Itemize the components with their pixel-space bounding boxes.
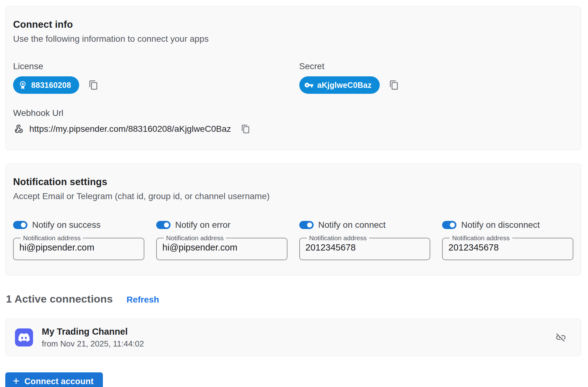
notify-connect-label: Notify on connect [318,220,386,230]
toggle-knob [163,222,170,228]
connect-account-label: Connect account [24,377,94,386]
notification-address-fieldset: Notification address [13,234,144,260]
toggle-knob [449,222,455,228]
notification-address-legend: Notification address [21,234,83,242]
toggle-row: Notify on connect [299,220,431,230]
secret-block: Secret aKjglweC0Baz [299,61,574,94]
page: Connect info Use the following informati… [0,0,588,387]
notification-address-legend: Notification address [307,234,369,242]
notify-success-toggle[interactable] [13,221,27,229]
notify-connect-address-input[interactable] [304,242,426,256]
notify-disconnect-address-input[interactable] [447,242,568,256]
notify-success-label: Notify on success [32,220,100,230]
notification-address-legend: Notification address [450,234,512,242]
notify-success-column: Notify on success Notification address [13,220,144,260]
notify-disconnect-label: Notify on disconnect [461,220,540,230]
disconnect-button[interactable] [554,331,568,344]
license-label: License [13,61,287,71]
license-block: License 883160208 [13,61,287,94]
notify-disconnect-toggle[interactable] [442,221,456,229]
license-row: 883160208 [13,76,287,94]
copy-icon [389,80,399,90]
notify-error-label: Notify on error [175,220,230,230]
webhook-label: Webhook Url [13,108,573,118]
notification-grid: Notify on success Notification address N… [13,220,573,260]
key-icon [304,80,314,90]
toggle-row: Notify on success [13,220,144,230]
notify-connect-column: Notify on connect Notification address [299,220,431,260]
credentials-grid: License 883160208 [13,61,573,94]
notify-connect-toggle[interactable] [299,221,314,229]
connect-info-card: Connect info Use the following informati… [5,6,581,150]
secret-badge[interactable]: aKjglweC0Baz [299,76,380,94]
toggle-knob [20,222,27,228]
copy-webhook-button[interactable] [240,123,252,135]
connection-name: My Trading Channel [42,327,144,337]
connection-since: from Nov 21, 2025, 11:44:02 [42,339,144,349]
connection-info: My Trading Channel from Nov 21, 2025, 11… [42,327,144,349]
webhook-url: https://my.pipsender.com/883160208/aKjgl… [29,124,231,134]
notification-settings-subtitle: Accept Email or Telegram (chat id, group… [13,191,573,201]
toggle-row: Notify on error [156,220,287,230]
active-connections-header: 1 Active connections Refresh [6,293,581,305]
secret-value: aKjglweC0Baz [317,81,372,90]
copy-secret-button[interactable] [388,79,400,91]
connection-row: My Trading Channel from Nov 21, 2025, 11… [5,319,581,356]
notify-error-column: Notify on error Notification address [156,220,287,260]
webhook-row: https://my.pipsender.com/883160208/aKjgl… [13,123,573,135]
notification-address-fieldset: Notification address [442,234,573,260]
copy-icon [241,124,250,134]
connect-info-title: Connect info [13,19,573,30]
connect-account-button[interactable]: + Connect account [5,372,103,387]
notification-address-fieldset: Notification address [299,234,431,260]
notify-success-address-input[interactable] [18,242,139,256]
award-icon [18,80,27,90]
toggle-knob [306,222,313,228]
discord-icon [15,328,33,346]
plus-icon: + [13,375,19,387]
notification-settings-card: Notification settings Accept Email or Te… [5,164,581,275]
webhook-icon [13,124,24,134]
connect-info-subtitle: Use the following information to connect… [13,34,573,44]
notification-address-fieldset: Notification address [156,234,287,260]
notify-error-toggle[interactable] [156,221,171,229]
secret-label: Secret [299,61,574,71]
active-connections-title: 1 Active connections [6,293,113,305]
license-badge[interactable]: 883160208 [13,76,79,94]
notification-address-legend: Notification address [164,234,226,242]
toggle-row: Notify on disconnect [442,220,573,230]
secret-row: aKjglweC0Baz [299,76,574,94]
refresh-link[interactable]: Refresh [127,295,159,305]
notify-disconnect-column: Notify on disconnect Notification addres… [442,220,573,260]
copy-license-button[interactable] [87,79,100,91]
license-value: 883160208 [31,81,71,90]
notify-error-address-input[interactable] [161,242,282,256]
notification-settings-title: Notification settings [13,176,573,188]
link-off-icon [555,332,566,343]
copy-icon [89,80,99,90]
